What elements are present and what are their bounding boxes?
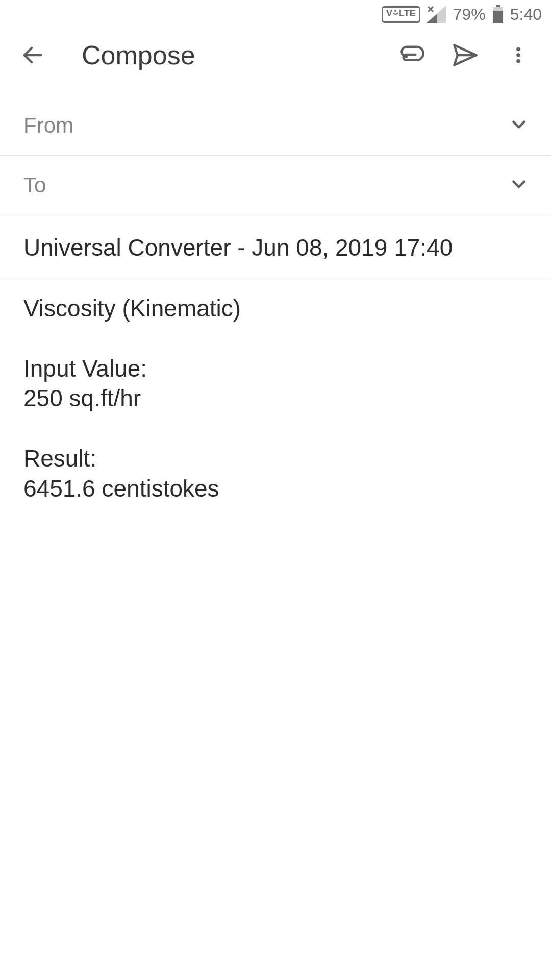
body-field[interactable]: Viscosity (Kinematic) Input Value: 250 s… [0, 279, 551, 519]
svg-point-9 [516, 47, 520, 52]
page-title: Compose [82, 40, 373, 70]
status-bar: V LTE 79% 5:40 [0, 0, 551, 29]
compose-fields: From To Universal Converter - Jun 08, 20… [0, 96, 551, 519]
chevron-down-icon [508, 114, 530, 135]
svg-text:V: V [386, 8, 392, 18]
paperclip-icon [399, 42, 425, 68]
to-expand-button[interactable] [508, 174, 530, 197]
arrow-left-icon [20, 43, 45, 67]
from-label: From [23, 113, 73, 138]
battery-icon [492, 5, 504, 23]
svg-rect-5 [493, 11, 503, 23]
subject-text: Universal Converter - Jun 08, 2019 17:40 [23, 233, 530, 263]
signal-indicator [427, 6, 447, 23]
svg-rect-3 [496, 5, 500, 7]
svg-point-11 [516, 59, 520, 63]
to-label: To [23, 173, 46, 198]
from-expand-button[interactable] [508, 114, 530, 137]
send-icon [452, 42, 479, 68]
send-button[interactable] [451, 41, 480, 69]
chevron-down-icon [508, 174, 530, 195]
svg-text:LTE: LTE [399, 8, 416, 18]
svg-point-1 [394, 10, 396, 12]
subject-field[interactable]: Universal Converter - Jun 08, 2019 17:40 [0, 215, 551, 279]
toolbar: Compose [0, 29, 551, 82]
to-field-row[interactable]: To [0, 156, 551, 215]
battery-percentage: 79% [453, 5, 486, 24]
more-vert-icon [508, 43, 529, 67]
overflow-menu-button[interactable] [504, 41, 533, 69]
status-time: 5:40 [510, 5, 542, 24]
svg-point-10 [516, 53, 520, 57]
attach-button[interactable] [398, 41, 427, 69]
back-button[interactable] [18, 41, 47, 69]
volte-indicator: V LTE [382, 6, 420, 23]
body-text: Viscosity (Kinematic) Input Value: 250 s… [23, 293, 530, 504]
from-field-row[interactable]: From [0, 96, 551, 156]
